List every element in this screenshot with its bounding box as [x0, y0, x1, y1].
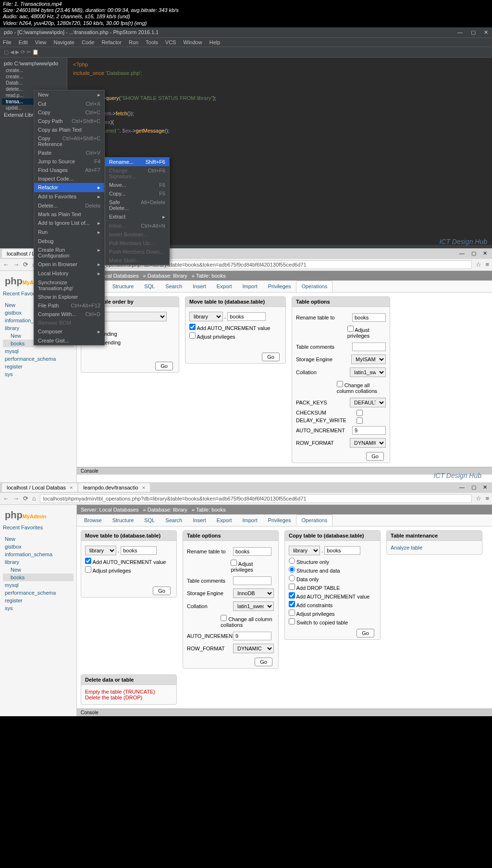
console-bar[interactable]: Console [77, 709, 492, 716]
forward-icon[interactable]: → [13, 261, 19, 268]
menu-edit[interactable]: Edit [19, 39, 28, 45]
submenu-item[interactable]: Make Static... [105, 256, 169, 265]
truncate-link[interactable]: Empty the table (TRUNCATE) [85, 689, 172, 695]
tab-privileges[interactable]: Privileges [263, 281, 296, 292]
tree-db[interactable]: performance_schema [3, 355, 74, 363]
submenu-item[interactable]: Rename...Shift+F6 [105, 158, 169, 166]
database-tree[interactable]: New gistbox information_schema library N… [3, 535, 74, 612]
tree-db[interactable]: performance_schema [3, 589, 74, 597]
minimize-icon[interactable]: — [459, 250, 465, 257]
tab-structure[interactable]: Structure [107, 281, 139, 292]
maximize-icon[interactable]: ▢ [471, 250, 476, 257]
tree-db[interactable]: sys [3, 604, 74, 612]
menu-code[interactable]: Code [82, 39, 94, 45]
analyze-link[interactable]: Analyze table [391, 545, 422, 550]
close-tab-icon[interactable]: × [70, 485, 73, 490]
menu-file[interactable]: File [3, 39, 12, 45]
refactor-submenu[interactable]: Rename...Shift+F6Change Signature...Ctrl… [105, 157, 170, 265]
menu-run[interactable]: Run [129, 39, 138, 45]
context-menu-item[interactable]: Copy PathCtrl+Shift+C [34, 117, 104, 125]
tree-db[interactable]: sys [3, 370, 74, 378]
minimize-icon[interactable]: — [459, 484, 465, 490]
drop-link[interactable]: Delete the table (DROP) [85, 695, 172, 700]
tree-db[interactable]: information_schema [3, 550, 74, 558]
close-tab-icon[interactable]: × [142, 485, 145, 490]
struct-data-radio[interactable]: Structure and data [289, 566, 376, 574]
context-menu-item[interactable]: Composer▸ [34, 327, 104, 336]
tab-operations[interactable]: Operations [296, 514, 332, 526]
context-menu[interactable]: New▸CutCtrl+XCopyCtrl+CCopy PathCtrl+Shi… [34, 90, 105, 345]
rename-input[interactable] [233, 547, 271, 556]
submenu-item[interactable]: Change Signature...Ctrl+F6 [105, 166, 169, 181]
context-menu-item[interactable]: CopyCtrl+C [34, 108, 104, 117]
favorites-tab[interactable]: Favorites [21, 525, 43, 530]
tab-export[interactable]: Export [211, 514, 237, 526]
context-menu-item[interactable]: CutCtrl+X [34, 99, 104, 108]
menu-navigate[interactable]: Navigate [54, 39, 74, 45]
autoinc-input[interactable] [233, 632, 271, 640]
back-icon[interactable]: ← [3, 495, 9, 502]
context-menu-item[interactable]: Create Gist... [34, 336, 104, 345]
change-all-check[interactable]: Change all column collations [221, 615, 274, 628]
tab-import[interactable]: Import [237, 281, 263, 292]
close-icon[interactable]: ✕ [484, 29, 488, 35]
comments-input[interactable] [233, 576, 271, 585]
copy-db-select[interactable]: library [289, 546, 320, 555]
go-button[interactable]: Go [155, 362, 173, 370]
tab-search[interactable]: Search [160, 514, 187, 526]
rename-input[interactable] [352, 313, 386, 322]
submenu-item[interactable]: Extract▸ [105, 212, 169, 221]
breadcrumb-db[interactable]: Database: library [148, 273, 187, 279]
browser-tab[interactable]: localhost / Local Databas× [2, 483, 77, 492]
drop-check[interactable]: Add DROP TABLE [289, 584, 376, 591]
star-icon[interactable]: ☆ [476, 261, 481, 268]
maximize-icon[interactable]: ▢ [471, 484, 476, 490]
recent-tab[interactable]: Recent [3, 525, 20, 530]
copy-table-input[interactable] [324, 546, 360, 555]
breadcrumb-table[interactable]: Table: books [196, 507, 226, 513]
adjust-priv-check[interactable]: Adjust privileges [347, 326, 386, 339]
menu-tools[interactable]: Tools [146, 39, 158, 45]
move-db-select[interactable]: library [85, 546, 116, 555]
minimize-icon[interactable]: — [457, 29, 463, 35]
adjust-priv-check[interactable]: Adjust privileges [289, 610, 376, 617]
tab-structure[interactable]: Structure [107, 514, 139, 526]
context-menu-item[interactable]: Find UsagesAlt+F7 [34, 166, 104, 174]
context-menu-item[interactable]: Inspect Code... [34, 174, 104, 183]
context-menu-item[interactable]: Delete...Delete [34, 201, 104, 210]
address-bar[interactable]: localhost/phpmyadmin/tbl_operations.php?… [40, 494, 472, 503]
project-root[interactable]: pdo C:\wamp\www\pdo [2, 60, 65, 67]
tree-new[interactable]: New [3, 566, 74, 574]
context-menu-item[interactable]: Local History▸ [34, 269, 104, 278]
pack-select[interactable]: DEFAULT [350, 398, 386, 407]
adjust-priv-check[interactable]: Adjust privileges [231, 560, 274, 573]
go-button[interactable]: Go [366, 452, 384, 461]
engine-select[interactable]: InnoDB [233, 588, 274, 598]
menu-window[interactable]: Window [184, 39, 202, 45]
tab-insert[interactable]: Insert [187, 514, 211, 526]
go-button[interactable]: Go [153, 587, 171, 595]
submenu-item[interactable]: Push Members Down... [105, 247, 169, 256]
tree-db[interactable]: mysql [3, 581, 74, 589]
adjust-priv-check[interactable]: Adjust privileges [189, 332, 282, 340]
move-table-input[interactable] [227, 312, 266, 321]
context-menu-item[interactable]: Add to Ignore List of...▸ [34, 219, 104, 228]
context-menu-item[interactable]: Open in Browser▸ [34, 260, 104, 269]
reload-icon[interactable]: ⟳ [23, 495, 28, 502]
tree-db[interactable]: register [3, 363, 74, 370]
auto-increment-check[interactable]: Add AUTO_INCREMENT value [85, 558, 172, 565]
delay-check[interactable] [357, 417, 363, 424]
engine-select[interactable]: MyISAM [351, 355, 386, 364]
context-menu-item[interactable]: Show in Explorer [34, 293, 104, 301]
context-menu-item[interactable]: PasteCtrl+V [34, 148, 104, 157]
submenu-item[interactable]: Pull Members Up... [105, 239, 169, 247]
tab-operations[interactable]: Operations [296, 281, 332, 292]
tree-new[interactable]: New [3, 535, 74, 543]
submenu-item[interactable]: Move...F6 [105, 181, 169, 189]
menu-icon[interactable]: ≡ [485, 261, 489, 268]
tree-db[interactable]: gistbox [3, 543, 74, 550]
submenu-item[interactable]: Inline...Ctrl+Alt+N [105, 221, 169, 230]
context-menu-item[interactable]: Remove BOM [34, 318, 104, 327]
autoinc-input[interactable] [352, 426, 386, 435]
menu-refactor[interactable]: Refactor [101, 39, 122, 45]
